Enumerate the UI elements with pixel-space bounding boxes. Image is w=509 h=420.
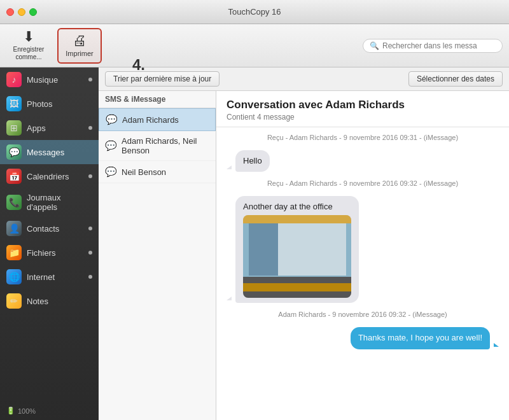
msg-meta-msg1: Reçu - Adam Richards - 9 novembre 2016 0… — [227, 134, 499, 141]
sidebar-item-messages[interactable]: 💬 Messages — [0, 140, 99, 164]
sort-button[interactable]: Trier par dernière mise à jour — [105, 71, 220, 87]
traffic-lights — [6, 8, 37, 16]
maximize-button[interactable] — [29, 8, 37, 16]
msg-text-msg3: Thanks mate, I hope you are well! — [358, 333, 482, 342]
msg-bubble-msg2: Another day at the office — [235, 196, 359, 303]
sidebar-dot-internet — [88, 275, 92, 279]
conv-item-adam-neil[interactable]: 💬 Adam Richards, Neil Benson — [99, 131, 216, 161]
calls-icon: 📞 — [6, 195, 22, 210]
internet-icon: 🌐 — [6, 269, 22, 284]
msg-text-msg2: Another day at the office — [243, 202, 333, 211]
app-title: TouchCopy 16 — [228, 7, 281, 17]
sidebar-item-contacts[interactable]: 👤 Contacts — [0, 216, 99, 241]
toolbar: ⬇ Enregistrer comme... 🖨 Imprimer 4. 🔍 — [0, 24, 509, 67]
sidebar-label-contacts: Contacts — [27, 224, 83, 234]
print-icon: 🖨 — [73, 34, 87, 48]
conv-item-adam[interactable]: 💬 Adam Richards — [99, 108, 216, 131]
msg-arrow-msg3 — [494, 343, 499, 347]
conv-label-neil: Neil Benson — [122, 167, 166, 177]
sidebar-label-apps: Apps — [27, 123, 83, 133]
sidebar-item-apps[interactable]: ⊞ Apps — [0, 116, 99, 140]
msg-bubble-msg3: Thanks mate, I hope you are well! — [351, 327, 490, 349]
music-icon: ♪ — [6, 72, 22, 87]
msg-text-msg1: Hello — [243, 156, 262, 165]
msg-bubble-msg1: Hello — [235, 150, 270, 172]
main-layout: ♪ Musique 🖼 Photos ⊞ Apps 💬 Messages 📅 C… — [0, 67, 509, 420]
conv-label-adam: Adam Richards — [122, 115, 179, 125]
sidebar-dot-calendars — [88, 174, 92, 178]
sidebar-item-files[interactable]: 📁 Fichiers — [0, 241, 99, 265]
sidebar-label-calls: Journaux d'appels — [27, 193, 92, 212]
msg-meta-msg2: Reçu - Adam Richards - 9 novembre 2016 0… — [227, 179, 499, 187]
calendars-icon: 📅 — [6, 169, 22, 184]
sidebar-item-calls[interactable]: 📞 Journaux d'appels — [0, 188, 99, 216]
bubble-icon-adam-neil: 💬 — [105, 140, 117, 151]
msg-arrow-msg2 — [227, 297, 232, 300]
conv-list-header: SMS & iMessage — [99, 91, 216, 108]
sidebar-item-internet[interactable]: 🌐 Internet — [0, 265, 99, 289]
sidebar-item-photos[interactable]: 🖼 Photos — [0, 92, 99, 116]
msg-arrow-msg1 — [227, 165, 232, 169]
sidebar-item-notes[interactable]: ✏ Notes — [0, 289, 99, 313]
sidebar-label-messages: Messages — [27, 148, 92, 157]
message-count: Contient 4 message — [227, 113, 499, 122]
msg-meta-msg3: Adam Richards - 9 novembre 2016 09:32 - … — [227, 311, 499, 318]
msg-row-msg1: Hello — [227, 150, 499, 172]
msg-row-msg3: Thanks mate, I hope you are well! — [227, 327, 499, 349]
bubble-icon-neil: 💬 — [105, 166, 117, 178]
search-box: 🔍 — [363, 39, 503, 53]
contacts-icon: 👤 — [6, 221, 22, 236]
filter-bar: Trier par dernière mise à jour Sélection… — [99, 67, 509, 91]
sidebar-item-calendars[interactable]: 📅 Calendriers — [0, 164, 99, 188]
sidebar-label-notes: Notes — [27, 297, 92, 306]
msg-row-msg2: Another day at the office — [227, 196, 499, 303]
print-button[interactable]: 🖨 Imprimer — [57, 28, 102, 64]
print-label: Imprimer — [66, 50, 93, 57]
sidebar-dot-music — [88, 78, 92, 81]
search-input[interactable] — [382, 41, 496, 50]
sidebar-dot-apps — [88, 126, 92, 130]
msg-image-msg2 — [243, 215, 351, 298]
title-bar: TouchCopy 16 — [0, 0, 509, 24]
conv-list-panel: SMS & iMessage 💬 Adam Richards 💬 Adam Ri… — [99, 91, 216, 420]
step4-label: 4. — [132, 56, 145, 74]
sidebar-dot-contacts — [88, 227, 92, 230]
sidebar: ♪ Musique 🖼 Photos ⊞ Apps 💬 Messages 📅 C… — [0, 67, 99, 420]
files-icon: 📁 — [6, 245, 22, 260]
bubble-icon-adam: 💬 — [106, 114, 118, 125]
sidebar-label-files: Fichiers — [27, 248, 83, 258]
sidebar-label-calendars: Calendriers — [27, 172, 83, 181]
two-panel: SMS & iMessage 💬 Adam Richards 💬 Adam Ri… — [99, 91, 509, 420]
battery-icon: 🔋 — [6, 407, 15, 415]
message-panel: Conversation avec Adam Richards Contient… — [216, 91, 509, 420]
minimize-button[interactable] — [18, 8, 25, 16]
date-select-button[interactable]: Sélectionner des dates — [408, 71, 503, 87]
close-button[interactable] — [6, 8, 14, 16]
messages-scroll: Reçu - Adam Richards - 9 novembre 2016 0… — [216, 127, 509, 420]
search-icon: 🔍 — [370, 41, 379, 50]
sidebar-label-photos: Photos — [27, 99, 92, 109]
conv-label-adam-neil: Adam Richards, Neil Benson — [122, 136, 209, 155]
message-header: Conversation avec Adam Richards Contient… — [216, 91, 509, 127]
battery-level: 100% — [18, 407, 36, 415]
notes-icon: ✏ — [6, 293, 22, 309]
sidebar-label-internet: Internet — [27, 272, 83, 282]
apps-icon: ⊞ — [6, 120, 22, 136]
sidebar-dot-files — [88, 251, 92, 255]
content-area: Trier par dernière mise à jour Sélection… — [99, 67, 509, 420]
sidebar-footer: 🔋 100% — [0, 402, 99, 420]
messages-icon: 💬 — [6, 144, 22, 160]
conv-item-neil[interactable]: 💬 Neil Benson — [99, 161, 216, 183]
save-icon: ⬇ — [23, 30, 34, 44]
save-label: Enregistrer comme... — [6, 46, 51, 61]
photos-icon: 🖼 — [6, 96, 22, 111]
sidebar-item-music[interactable]: ♪ Musique — [0, 67, 99, 92]
sidebar-label-music: Musique — [27, 75, 83, 85]
save-button[interactable]: ⬇ Enregistrer comme... — [6, 28, 51, 64]
conversation-title: Conversation avec Adam Richards — [227, 99, 499, 111]
